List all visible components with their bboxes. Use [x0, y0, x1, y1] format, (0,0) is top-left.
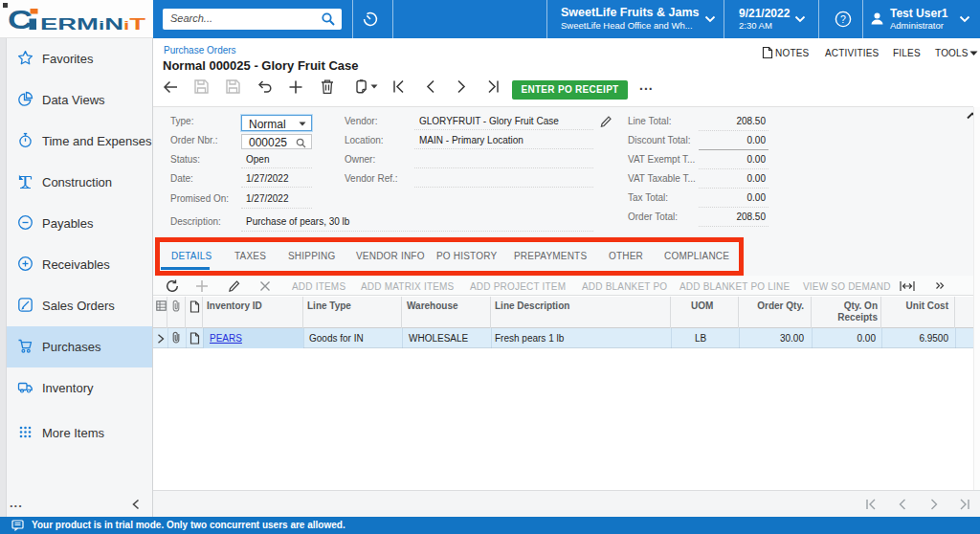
svg-text:?: ?: [840, 13, 846, 25]
svg-text:C: C: [8, 5, 33, 34]
svg-text:ERMiNiT: ERMiNiT: [40, 16, 145, 33]
